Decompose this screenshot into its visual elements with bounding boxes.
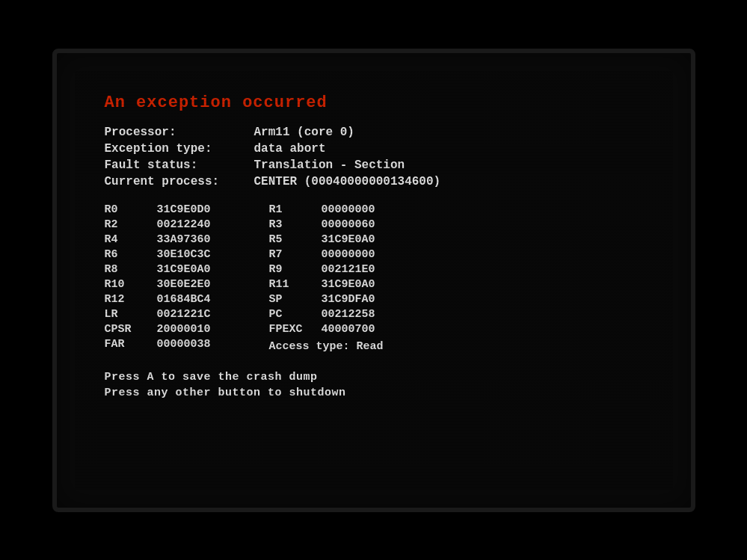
screen-outer: An exception occurred Processor: Arm11 (…	[52, 49, 695, 512]
exception-title: An exception occurred	[105, 93, 643, 112]
register-value: 31C9DFA0	[322, 293, 389, 306]
register-name: R3	[269, 218, 307, 231]
register-name: PC	[269, 308, 307, 321]
register-value: 0021221C	[157, 308, 224, 321]
register-row: R11 31C9E0A0	[269, 278, 389, 291]
register-value: 20000010	[157, 323, 224, 336]
registers-section: R0 31C9E0D0 R2 00212240 R4 33A97360 R6 3…	[105, 203, 643, 353]
register-row: CPSR 20000010	[105, 323, 224, 336]
register-value: 31C9E0D0	[157, 203, 224, 216]
register-name: FAR	[105, 338, 142, 351]
register-value: 00212258	[322, 308, 389, 321]
register-value: 00000000	[322, 203, 389, 216]
register-name: LR	[105, 308, 142, 321]
register-value: 00000060	[322, 218, 389, 231]
register-row: FAR 00000038	[105, 338, 224, 351]
exception-type-row: Exception type: data abort	[105, 142, 643, 156]
register-row: R4 33A97360	[105, 233, 224, 246]
register-value: 31C9E0A0	[322, 233, 389, 246]
registers-right-column: R1 00000000 R3 00000060 R5 31C9E0A0 R7 0…	[269, 203, 389, 353]
register-row: PC 00212258	[269, 308, 389, 321]
access-type-row: Access type: Read	[269, 340, 389, 353]
access-type-label: Access type: Read	[269, 340, 384, 353]
fault-status-label: Fault status:	[105, 159, 254, 172]
register-row: FPEXC 40000700	[269, 323, 389, 336]
exception-type-value: data abort	[254, 142, 326, 156]
register-name: FPEXC	[269, 323, 307, 336]
register-name: R6	[105, 248, 142, 261]
register-row: R3 00000060	[269, 218, 389, 231]
register-row: LR 0021221C	[105, 308, 224, 321]
register-name: R8	[105, 263, 142, 276]
registers-left-column: R0 31C9E0D0 R2 00212240 R4 33A97360 R6 3…	[105, 203, 224, 353]
register-value: 31C9E0A0	[157, 263, 224, 276]
register-row: R6 30E10C3C	[105, 248, 224, 261]
register-name: R11	[269, 278, 307, 291]
screen-inner: An exception occurred Processor: Arm11 (…	[75, 71, 673, 490]
register-name: R2	[105, 218, 142, 231]
register-name: R9	[269, 263, 307, 276]
register-value: 30E0E2E0	[157, 278, 224, 291]
register-name: R10	[105, 278, 142, 291]
register-row: R5 31C9E0A0	[269, 233, 389, 246]
footer-section: Press A to save the crash dump Press any…	[105, 371, 643, 399]
register-name: R7	[269, 248, 307, 261]
processor-value: Arm11 (core 0)	[254, 126, 354, 139]
register-name: SP	[269, 293, 307, 306]
register-value: 30E10C3C	[157, 248, 224, 261]
current-process-row: Current process: CENTER (000400000001346…	[105, 175, 643, 188]
register-row: R8 31C9E0A0	[105, 263, 224, 276]
register-name: CPSR	[105, 323, 142, 336]
fault-status-value: Translation - Section	[254, 159, 405, 172]
register-row: R2 00212240	[105, 218, 224, 231]
register-row: R10 30E0E2E0	[105, 278, 224, 291]
register-name: R5	[269, 233, 307, 246]
fault-status-row: Fault status: Translation - Section	[105, 159, 643, 172]
register-value: 40000700	[322, 323, 389, 336]
register-row: SP 31C9DFA0	[269, 293, 389, 306]
register-row: R0 31C9E0D0	[105, 203, 224, 216]
register-value: 00212240	[157, 218, 224, 231]
current-process-label: Current process:	[105, 175, 254, 188]
register-name: R12	[105, 293, 142, 306]
footer-line-1: Press A to save the crash dump	[105, 371, 643, 384]
exception-type-label: Exception type:	[105, 142, 254, 156]
processor-row: Processor: Arm11 (core 0)	[105, 126, 643, 139]
register-value: 00000000	[322, 248, 389, 261]
register-row: R12 01684BC4	[105, 293, 224, 306]
processor-label: Processor:	[105, 126, 254, 139]
register-row: R9 002121E0	[269, 263, 389, 276]
info-section: Processor: Arm11 (core 0) Exception type…	[105, 126, 643, 188]
current-process-value: CENTER (00040000000134600)	[254, 175, 441, 188]
register-value: 33A97360	[157, 233, 224, 246]
register-value: 002121E0	[322, 263, 389, 276]
register-name: R0	[105, 203, 142, 216]
register-value: 31C9E0A0	[322, 278, 389, 291]
register-name: R1	[269, 203, 307, 216]
register-row: R1 00000000	[269, 203, 389, 216]
register-row: R7 00000000	[269, 248, 389, 261]
register-value: 00000038	[157, 338, 224, 351]
register-name: R4	[105, 233, 142, 246]
footer-line-2: Press any other button to shutdown	[105, 387, 643, 399]
register-value: 01684BC4	[157, 293, 224, 306]
